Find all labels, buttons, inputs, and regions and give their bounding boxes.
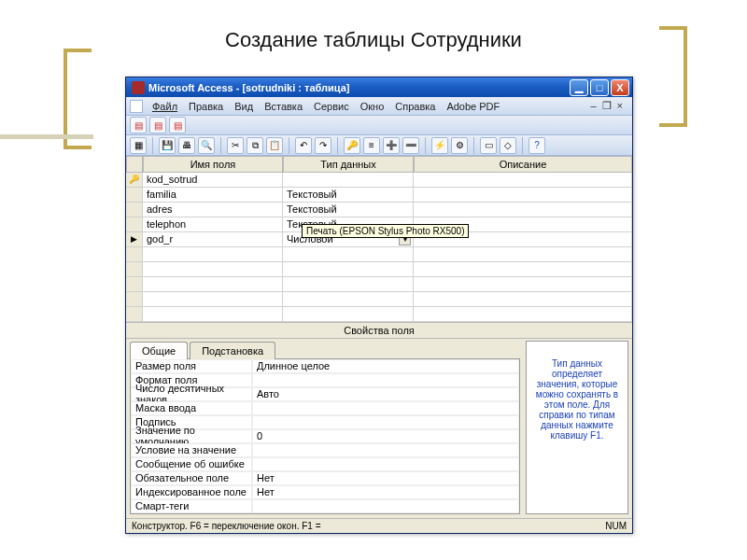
row-selector[interactable]	[126, 188, 143, 203]
row-selector[interactable]	[126, 217, 143, 232]
field-name-cell[interactable]: kod_sotrud	[143, 173, 283, 188]
property-value[interactable]	[252, 415, 519, 429]
save-button[interactable]: 💾	[159, 137, 176, 154]
access-window: Microsoft Access - [sotrudniki : таблица…	[125, 77, 633, 534]
row-selector[interactable]	[126, 203, 143, 217]
rows-button[interactable]: ≡	[363, 137, 380, 154]
field-type-cell[interactable]	[283, 277, 414, 292]
title-bar[interactable]: Microsoft Access - [sotrudniki : таблица…	[126, 77, 632, 97]
help-button[interactable]: ?	[529, 137, 545, 154]
row-selector[interactable]	[126, 247, 143, 262]
menu-window[interactable]: Окно	[355, 99, 390, 114]
current-row-icon: ▶	[131, 234, 137, 244]
property-value[interactable]	[252, 499, 519, 513]
tab-lookup[interactable]: Подстановка	[190, 342, 275, 359]
menu-file[interactable]: Файл	[147, 99, 183, 114]
row-selector[interactable]	[126, 262, 143, 277]
undo-button[interactable]: ↶	[295, 137, 312, 154]
field-name-cell[interactable]	[143, 277, 283, 292]
property-value[interactable]: Нет	[252, 485, 519, 499]
field-desc-cell[interactable]	[414, 262, 632, 277]
menu-tools[interactable]: Сервис	[308, 99, 355, 114]
doc-restore-button[interactable]: ❐	[602, 100, 612, 112]
field-name-cell[interactable]: adres	[143, 203, 283, 217]
field-name-cell[interactable]: god_r	[143, 232, 283, 247]
field-type-cell[interactable]: Текстовый	[283, 188, 414, 203]
build-button[interactable]: ⚙	[451, 137, 468, 154]
close-button[interactable]: X	[611, 79, 629, 96]
deleterow-button[interactable]: ➖	[402, 137, 419, 154]
property-value[interactable]	[252, 457, 519, 471]
col-header-name[interactable]: Имя поля	[143, 156, 283, 173]
toolbar-pdf: ▤ ▤ ▤	[126, 116, 632, 135]
view-button[interactable]: ▦	[130, 137, 147, 154]
field-name-cell[interactable]: telephon	[143, 217, 283, 232]
field-desc-cell[interactable]	[414, 188, 632, 203]
field-type-cell[interactable]	[283, 262, 414, 277]
print-button[interactable]: 🖶	[178, 137, 195, 154]
window-title: Microsoft Access - [sotrudniki : таблица…	[148, 82, 568, 93]
row-selector[interactable]	[126, 277, 143, 292]
maximize-button[interactable]: □	[590, 79, 609, 96]
property-value[interactable]	[252, 373, 519, 387]
field-type-cell[interactable]: Текстовый	[283, 203, 414, 217]
pdf-button-1[interactable]: ▤	[130, 117, 147, 133]
col-header-type[interactable]: Тип данных	[283, 156, 414, 173]
col-header-desc[interactable]: Описание	[414, 156, 632, 173]
field-type-cell[interactable]	[283, 292, 414, 307]
row-selector[interactable]: ▶	[126, 232, 143, 247]
property-value[interactable]: Длинное целое	[252, 359, 519, 373]
property-label: Размер поля	[131, 359, 252, 373]
field-name-cell[interactable]	[143, 307, 283, 322]
field-desc-cell[interactable]	[414, 277, 632, 292]
property-value[interactable]: 0	[252, 429, 519, 443]
dbwin-button[interactable]: ▭	[480, 137, 497, 154]
pdf-button-3[interactable]: ▤	[169, 117, 186, 133]
field-name-cell[interactable]: familia	[143, 188, 283, 203]
property-value[interactable]	[252, 401, 519, 415]
status-text: Конструктор. F6 = переключение окон. F1 …	[132, 521, 321, 531]
property-value[interactable]	[252, 443, 519, 457]
insertrow-button[interactable]: ➕	[383, 137, 400, 154]
doc-icon[interactable]	[130, 100, 143, 113]
copy-button[interactable]: ⧉	[247, 137, 263, 154]
row-selector[interactable]	[126, 307, 143, 322]
paste-button[interactable]: 📋	[266, 137, 283, 154]
row-selector-header[interactable]	[126, 156, 143, 173]
doc-close-button[interactable]: ×	[617, 100, 623, 112]
key-button[interactable]: 🔑	[344, 137, 360, 154]
field-name-cell[interactable]	[143, 292, 283, 307]
properties-title: Свойства поля	[126, 322, 632, 339]
field-desc-cell[interactable]	[414, 307, 632, 322]
row-selector[interactable]: 🔑	[126, 173, 143, 188]
pdf-button-2[interactable]: ▤	[149, 117, 166, 133]
primary-key-icon: 🔑	[129, 175, 139, 184]
field-desc-cell[interactable]	[414, 292, 632, 307]
field-desc-cell[interactable]	[414, 173, 632, 188]
preview-button[interactable]: 🔍	[198, 137, 215, 154]
field-type-cell[interactable]	[283, 247, 414, 262]
field-desc-cell[interactable]	[414, 247, 632, 262]
menu-adobe[interactable]: Adobe PDF	[441, 99, 505, 114]
property-value[interactable]: Авто	[252, 387, 519, 401]
property-label: Сообщение об ошибке	[131, 457, 252, 471]
minimize-button[interactable]: ▁	[570, 79, 588, 96]
property-value[interactable]: Нет	[252, 471, 519, 485]
menu-insert[interactable]: Вставка	[259, 99, 308, 114]
doc-minimize-button[interactable]: –	[590, 100, 596, 112]
tab-general[interactable]: Общие	[130, 342, 188, 359]
menu-edit[interactable]: Правка	[183, 99, 229, 114]
field-type-cell[interactable]	[283, 307, 414, 322]
field-name-cell[interactable]	[143, 247, 283, 262]
toolbar-main: ▦ 💾 🖶 🔍 ✂ ⧉ 📋 ↶ ↷ 🔑 ≡ ➕ ➖ ⚡ ⚙ ▭ ◇ ? П	[126, 135, 632, 155]
newobj-button[interactable]: ◇	[500, 137, 516, 154]
field-type-cell[interactable]	[283, 173, 414, 188]
row-selector[interactable]	[126, 292, 143, 307]
menu-help[interactable]: Справка	[389, 99, 441, 114]
cut-button[interactable]: ✂	[227, 137, 244, 154]
redo-button[interactable]: ↷	[315, 137, 331, 154]
menu-view[interactable]: Вид	[229, 99, 259, 114]
field-name-cell[interactable]	[143, 262, 283, 277]
field-desc-cell[interactable]	[414, 203, 632, 217]
indexes-button[interactable]: ⚡	[431, 137, 448, 154]
